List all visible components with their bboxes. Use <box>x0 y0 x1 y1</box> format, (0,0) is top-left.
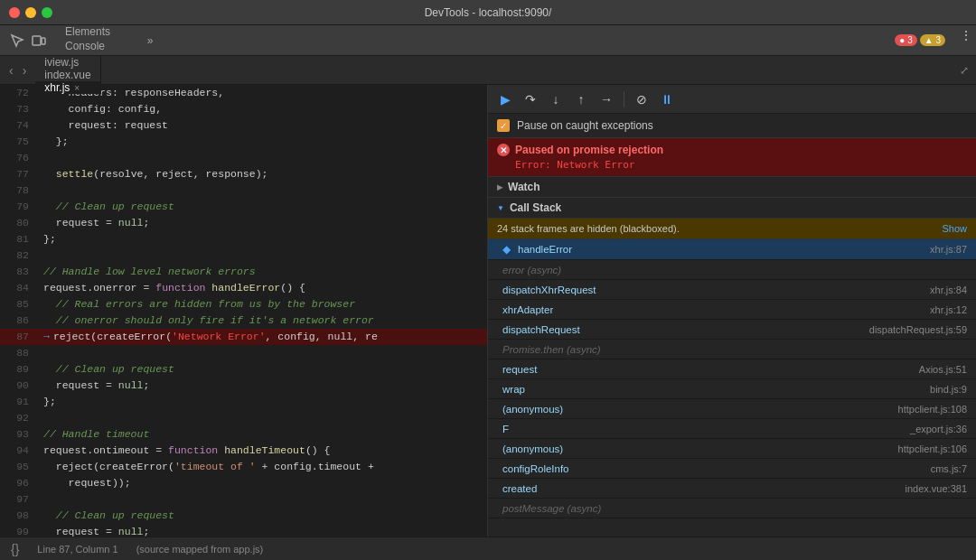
nav-tab-console[interactable]: Console <box>52 40 140 54</box>
deactivate-breakpoints-button[interactable]: ⊘ <box>632 89 652 109</box>
pause-on-caught-exceptions: ✓ Pause on caught exceptions <box>488 114 976 138</box>
line-content: request = null; <box>36 378 149 394</box>
code-line-88: 88 <box>0 345 487 361</box>
code-line-87: 87→reject(createError('Network Error', c… <box>0 329 487 345</box>
call-stack-function-name: created <box>502 483 537 494</box>
line-number: 98 <box>0 508 36 524</box>
line-content: // Handle timeout <box>36 426 149 443</box>
watch-section-header[interactable]: ▶ Watch <box>488 177 976 198</box>
file-forward-button[interactable]: › <box>19 61 31 79</box>
nav-tab-elements[interactable]: Elements <box>52 25 140 40</box>
titlebar: DevTools - localhost:9090/ <box>0 0 976 25</box>
device-toolbar-icon[interactable] <box>29 31 49 51</box>
call-stack-file-ref: bind.js:9 <box>930 384 967 395</box>
file-tab-xhr-js[interactable]: xhr.js× <box>35 81 100 94</box>
call-stack-function-name: postMessage (async) <box>502 503 601 514</box>
source-map-icon: {} <box>11 542 19 556</box>
step-button[interactable]: → <box>596 89 616 109</box>
current-frame-arrow: ◆ <box>502 243 511 256</box>
nav-tabs-list: ElementsConsoleSourcesNetworkPerformance… <box>52 25 140 55</box>
line-number: 96 <box>0 475 36 491</box>
close-button[interactable] <box>9 7 20 18</box>
blackboxed-notice: 24 stack frames are hidden (blackboxed).… <box>488 219 976 239</box>
call-stack-item[interactable]: createdindex.vue:381 <box>488 479 976 499</box>
line-number: 79 <box>0 199 36 215</box>
inspect-icon[interactable] <box>7 31 27 51</box>
call-stack-item[interactable]: F_export.js:36 <box>488 419 976 439</box>
expand-file-panel-button[interactable]: ⤢ <box>953 56 976 84</box>
resume-button[interactable]: ▶ <box>495 89 515 109</box>
call-stack-item[interactable]: (anonymous)httpclient.js:108 <box>488 399 976 419</box>
file-tab-label: xhr.js <box>44 81 70 94</box>
step-over-button[interactable]: ↷ <box>521 89 540 109</box>
line-number: 89 <box>0 361 36 378</box>
line-content <box>36 150 43 166</box>
line-content <box>36 345 43 361</box>
call-stack-function-name: xhrAdapter <box>502 304 553 315</box>
call-stack-item[interactable]: error (async) <box>488 260 976 280</box>
window-title: DevTools - localhost:9090/ <box>425 6 552 19</box>
file-back-button[interactable]: ‹ <box>5 61 17 79</box>
pause-exceptions-checkbox[interactable]: ✓ <box>497 119 510 132</box>
line-number: 86 <box>0 313 36 329</box>
line-content: }; <box>36 394 56 410</box>
call-stack-file-ref: xhr.js:84 <box>930 285 967 295</box>
line-number: 76 <box>0 150 36 166</box>
line-content: request.onerror = function handleError()… <box>36 280 305 296</box>
error-count-badge: ● 3 <box>895 34 916 46</box>
line-content: }; <box>36 134 69 150</box>
call-stack-item[interactable]: configRoleInfocms.js:7 <box>488 459 976 479</box>
line-number: 93 <box>0 426 36 443</box>
code-line-74: 74 request: request <box>0 117 487 134</box>
minimize-button[interactable] <box>25 7 36 18</box>
code-line-85: 85 // Real errors are hidden from us by … <box>0 296 487 313</box>
devtools-icons <box>4 25 52 55</box>
file-tabs-bar: ‹ › iview.jsindex.vuexhr.js× ⤢ <box>0 56 976 85</box>
call-stack-item[interactable]: requestAxios.js:51 <box>488 359 976 379</box>
settings-icon[interactable]: ⋮ <box>956 25 976 45</box>
code-line-76: 76 <box>0 150 487 166</box>
call-stack-file-ref: httpclient.js:106 <box>898 443 967 454</box>
file-tab-index-vue[interactable]: index.vue <box>35 69 100 81</box>
call-stack-function-name: (anonymous) <box>502 404 563 415</box>
call-stack-item[interactable]: (anonymous)httpclient.js:106 <box>488 439 976 459</box>
call-stack-file-ref: index.vue:381 <box>906 483 968 494</box>
code-editor[interactable]: 72 headers: responseHeaders,73 config: c… <box>0 85 487 537</box>
more-tabs-button[interactable]: » <box>140 25 161 55</box>
call-stack-file-ref: cms.js:7 <box>931 463 967 474</box>
line-content: // onerror should only fire if it's a ne… <box>36 313 374 329</box>
line-number: 73 <box>0 101 36 117</box>
call-stack-item[interactable]: Promise.then (async) <box>488 340 976 359</box>
maximize-button[interactable] <box>42 7 52 18</box>
call-stack-function-name: wrap <box>502 384 525 395</box>
step-out-button[interactable]: ↑ <box>571 89 591 109</box>
call-stack-function-name: dispatchRequest <box>502 324 580 335</box>
debug-toolbar: ▶ ↷ ↓ ↑ → ⊘ ⏸ <box>488 85 976 114</box>
code-line-79: 79 // Clean up request <box>0 199 487 215</box>
file-tab-iview-js[interactable]: iview.js <box>35 56 100 69</box>
code-line-83: 83// Handle low level network errors <box>0 264 487 280</box>
call-stack-function-name: Promise.then (async) <box>502 344 601 355</box>
call-stack-item[interactable]: xhrAdapterxhr.js:12 <box>488 300 976 320</box>
call-stack-item[interactable]: dispatchXhrRequestxhr.js:84 <box>488 280 976 300</box>
step-into-button[interactable]: ↓ <box>546 89 566 109</box>
line-number: 90 <box>0 378 36 394</box>
line-content: request)); <box>36 475 131 491</box>
pause-on-exceptions-button[interactable]: ⏸ <box>657 89 677 109</box>
show-blackboxed-link[interactable]: Show <box>942 223 967 234</box>
line-number: 83 <box>0 264 36 280</box>
call-stack-item[interactable]: dispatchRequestdispatchRequest.js:59 <box>488 320 976 340</box>
blackboxed-text: 24 stack frames are hidden (blackboxed). <box>497 223 680 234</box>
pause-exceptions-label: Pause on caught exceptions <box>517 119 653 132</box>
line-content: // Clean up request <box>36 199 174 215</box>
line-number: 77 <box>0 166 36 182</box>
call-stack-section-header[interactable]: ▼ Call Stack <box>488 198 976 219</box>
call-stack-item[interactable]: ◆handleErrorxhr.js:87 <box>488 239 976 260</box>
line-number: 92 <box>0 410 36 426</box>
error-badge-area: ● 3 ▲ 3 <box>895 25 953 55</box>
call-stack-item[interactable]: postMessage (async) <box>488 499 976 518</box>
file-tab-close[interactable]: × <box>74 83 80 93</box>
line-number: 88 <box>0 345 36 361</box>
call-stack-item[interactable]: wrapbind.js:9 <box>488 379 976 399</box>
watch-triangle-icon: ▶ <box>497 183 502 191</box>
